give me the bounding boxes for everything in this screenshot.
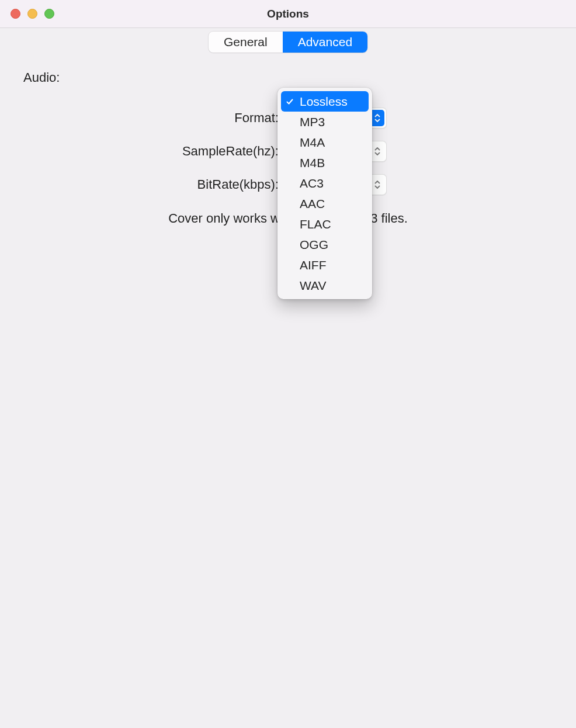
format-option-lossless[interactable]: Lossless bbox=[281, 91, 369, 112]
bitrate-label: BitRate(kbps): bbox=[0, 177, 283, 192]
format-option-m4a[interactable]: M4A bbox=[281, 132, 369, 152]
segmented-control-wrap: General Advanced bbox=[0, 30, 576, 53]
audio-section-label: Audio: bbox=[0, 53, 576, 85]
tab-advanced[interactable]: Advanced bbox=[283, 32, 367, 53]
format-dropdown-menu: LosslessMP3M4AM4BAC3AACFLACOGGAIFFWAV bbox=[277, 88, 372, 299]
format-option-mp3[interactable]: MP3 bbox=[281, 112, 369, 132]
tab-general[interactable]: General bbox=[209, 32, 283, 53]
close-button[interactable] bbox=[11, 9, 20, 19]
titlebar: Options bbox=[0, 0, 576, 28]
minimize-button[interactable] bbox=[27, 9, 37, 19]
format-option-ogg[interactable]: OGG bbox=[281, 234, 369, 255]
format-option-aac[interactable]: AAC bbox=[281, 193, 369, 214]
format-option-ac3[interactable]: AC3 bbox=[281, 173, 369, 193]
format-label: Format: bbox=[0, 110, 283, 126]
segmented-control: General Advanced bbox=[209, 32, 367, 53]
maximize-button[interactable] bbox=[44, 9, 54, 19]
format-option-aiff[interactable]: AIFF bbox=[281, 255, 369, 275]
traffic-lights bbox=[0, 9, 54, 19]
window-title: Options bbox=[0, 8, 576, 20]
checkmark-icon bbox=[286, 98, 294, 106]
samplerate-label: SampleRate(hz): bbox=[0, 144, 283, 159]
format-option-wav[interactable]: WAV bbox=[281, 275, 369, 296]
format-option-flac[interactable]: FLAC bbox=[281, 214, 369, 234]
format-option-m4b[interactable]: M4B bbox=[281, 152, 369, 173]
